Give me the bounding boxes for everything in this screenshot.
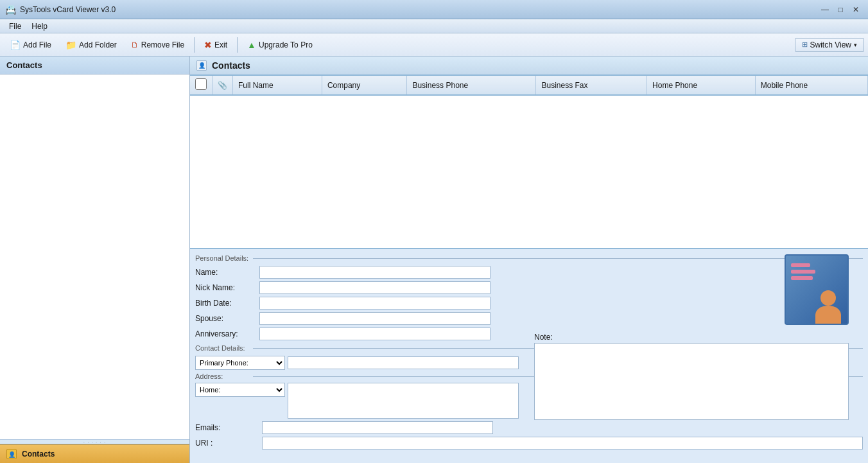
sidebar-resize-handle[interactable]: · · · · · ·	[0, 439, 189, 444]
close-button[interactable]: ✕	[849, 3, 863, 17]
emails-row: Emails:	[195, 421, 863, 434]
col-business-phone[interactable]: Business Phone	[407, 76, 536, 95]
col-checkbox[interactable]	[190, 76, 213, 95]
upgrade-button[interactable]: ▲ Upgrade To Pro	[241, 37, 318, 53]
spouse-label: Spouse:	[195, 314, 259, 323]
exit-button[interactable]: ✖ Exit	[198, 37, 233, 53]
person-head	[820, 290, 836, 306]
select-all-checkbox[interactable]	[195, 78, 207, 90]
avatar-person	[815, 290, 841, 324]
app-icon: 📇	[5, 4, 16, 15]
minimize-button[interactable]: —	[818, 3, 832, 17]
menu-help[interactable]: Help	[26, 21, 53, 32]
col-company[interactable]: Company	[322, 76, 406, 95]
remove-file-icon: 🗋	[131, 40, 139, 49]
col-attachment: 📎	[213, 76, 233, 95]
name-label: Name:	[195, 268, 259, 277]
nickname-row: Nick Name:	[195, 281, 863, 294]
add-folder-icon: 📁	[65, 40, 76, 50]
upgrade-icon: ▲	[247, 40, 256, 50]
contacts-header: 👤 Contacts	[190, 57, 868, 76]
name-row: Name:	[195, 266, 863, 279]
separator-1	[194, 37, 195, 53]
phone-type-select[interactable]: Primary Phone: Home Phone: Work Phone: M…	[195, 356, 285, 370]
anniversary-input[interactable]	[259, 328, 490, 340]
right-panel: 👤 Contacts 📎 Full Name Company Business …	[190, 57, 868, 463]
maximize-button[interactable]: □	[833, 3, 847, 17]
birthdate-label: Birth Date:	[195, 299, 259, 308]
col-full-name[interactable]: Full Name	[233, 76, 322, 95]
menu-file[interactable]: File	[4, 21, 26, 32]
sidebar-content	[0, 74, 189, 439]
add-folder-button[interactable]: 📁 Add Folder	[60, 37, 123, 53]
switch-view-icon: ⊞	[802, 40, 808, 49]
remove-file-button[interactable]: 🗋 Remove File	[125, 38, 190, 52]
birthdate-row: Birth Date:	[195, 297, 863, 310]
spouse-input[interactable]	[259, 312, 490, 325]
uri-row: URI :	[195, 437, 863, 450]
col-mobile-phone[interactable]: Mobile Phone	[755, 76, 867, 95]
avatar-line-1	[791, 263, 810, 267]
spouse-row: Spouse:	[195, 312, 863, 325]
email-input[interactable]	[262, 421, 493, 434]
add-file-button[interactable]: 📄 Add File	[4, 37, 57, 53]
window-controls: — □ ✕	[818, 3, 863, 17]
main-layout: Contacts · · · · · · 👤 Contacts 👤 Contac…	[0, 57, 868, 463]
avatar-line-2	[791, 270, 815, 274]
contacts-icon: 👤	[196, 60, 207, 71]
sidebar-footer[interactable]: 👤 Contacts	[0, 444, 189, 463]
name-input[interactable]	[259, 266, 490, 279]
contacts-table: 📎 Full Name Company Business Phone Busin…	[190, 76, 868, 96]
add-file-icon: 📄	[10, 40, 21, 50]
contacts-footer-icon: 👤	[6, 449, 17, 459]
anniversary-label: Anniversary:	[195, 329, 259, 338]
separator-2	[237, 37, 238, 53]
person-body	[815, 306, 841, 324]
details-panel: Personal Details: Name: Nick Name: Birth…	[190, 249, 868, 463]
avatar-lines	[791, 263, 815, 283]
nickname-input[interactable]	[259, 281, 490, 294]
toolbar: 📄 Add File 📁 Add Folder 🗋 Remove File ✖ …	[0, 33, 868, 57]
note-textarea[interactable]	[534, 343, 849, 420]
switch-view-button[interactable]: ⊞ Switch View ▾	[795, 38, 864, 52]
menu-bar: File Help	[0, 19, 868, 33]
exit-icon: ✖	[204, 40, 212, 50]
note-label: Note:	[534, 333, 849, 342]
birthdate-input[interactable]	[259, 297, 490, 310]
avatar-container	[785, 254, 849, 325]
dropdown-arrow-icon: ▾	[854, 42, 857, 48]
app-title: SysTools vCard Viewer v3.0	[20, 5, 116, 14]
address-textarea[interactable]	[288, 383, 519, 419]
note-panel: Note:	[534, 333, 849, 422]
address-type-select[interactable]: Home: Work: Other:	[195, 383, 285, 397]
avatar-line-3	[791, 276, 813, 280]
sidebar: Contacts · · · · · · 👤 Contacts	[0, 57, 190, 463]
personal-details-label: Personal Details:	[195, 254, 863, 262]
phone-input[interactable]	[288, 356, 519, 369]
contacts-table-area: 📎 Full Name Company Business Phone Busin…	[190, 76, 868, 249]
contact-avatar	[785, 254, 849, 325]
title-bar: 📇 SysTools vCard Viewer v3.0 — □ ✕	[0, 0, 868, 19]
col-business-fax[interactable]: Business Fax	[536, 76, 647, 95]
uri-input[interactable]	[262, 437, 863, 450]
emails-label: Emails:	[195, 423, 259, 432]
col-home-phone[interactable]: Home Phone	[647, 76, 756, 95]
nickname-label: Nick Name:	[195, 283, 259, 292]
sidebar-header: Contacts	[0, 57, 189, 74]
uri-label: URI :	[195, 439, 259, 448]
